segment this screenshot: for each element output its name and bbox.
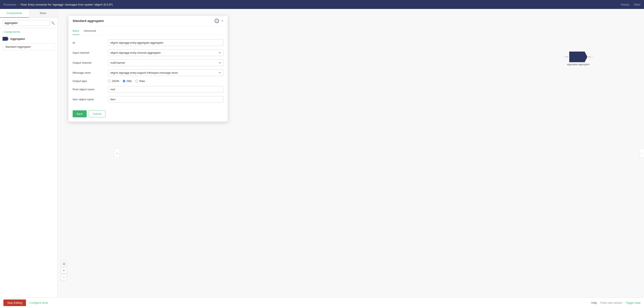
help-button[interactable]: Help: [592, 301, 597, 304]
input-channel-label: Input channel: [72, 51, 104, 54]
back-to-components[interactable]: ‹ Components: [0, 28, 57, 36]
main-layout: Components Store 🔍 ‹ Components Aggregat…: [0, 9, 644, 297]
sidebar-collapse-button[interactable]: «: [115, 148, 120, 158]
radio-raw[interactable]: [136, 80, 138, 82]
history-link[interactable]: History: [621, 3, 629, 6]
zoom-out-button[interactable]: −: [61, 274, 67, 280]
aggregator-section: Aggregator: [0, 36, 57, 42]
back-chevron-icon: ‹: [2, 30, 4, 34]
save-button[interactable]: Save: [72, 110, 87, 117]
output-type-xml[interactable]: XML: [123, 80, 132, 83]
dialog-body: Id Input channel sttgnrt.stgnaggr.entry.…: [68, 35, 228, 110]
dialog-footer: Save Cancel: [68, 110, 228, 122]
node-connector-right: [588, 57, 591, 57]
dialog-header: Standard aggregator i ×: [68, 16, 228, 26]
root-object-input[interactable]: [108, 86, 224, 93]
bottom-bar: Stop Editing Configure tests Help Push n…: [0, 297, 644, 308]
close-icon[interactable]: ×: [221, 18, 224, 23]
tab-advanced[interactable]: Advanced: [84, 27, 96, 35]
top-header: Processes › Flow: Entry connector for 's…: [0, 0, 644, 9]
output-channel-select[interactable]: nullChannel: [108, 60, 224, 66]
stop-editing-button[interactable]: Stop Editing: [4, 300, 26, 306]
message-store-label: Message store: [72, 71, 104, 74]
info-icon[interactable]: i: [215, 19, 219, 23]
fit-view-button[interactable]: ⊡: [61, 261, 67, 267]
sidebar: Components Store 🔍 ‹ Components Aggregat…: [0, 9, 58, 297]
id-input[interactable]: [108, 40, 224, 46]
id-row: Id: [72, 40, 224, 46]
back-label: Components: [4, 30, 20, 34]
node-label: aggregate.aggregator: [567, 63, 590, 66]
id-label: Id: [72, 41, 104, 44]
toggle-state-button[interactable]: Toggle state: [626, 301, 640, 304]
root-object-row: Root object name: [72, 86, 224, 93]
output-channel-row: Output channel nullChannel: [72, 60, 224, 66]
bottom-bar-right: Help Push new version Toggle state: [592, 301, 640, 304]
node-connector-left: [566, 57, 568, 57]
input-channel-select[interactable]: sttgnrt.stgnaggr.entry.channel.aggregato…: [108, 50, 224, 56]
other-link[interactable]: Other: [634, 3, 640, 6]
breadcrumb: Processes › Flow: Entry connector for 's…: [4, 3, 113, 6]
list-item[interactable]: Standard Aggregator: [2, 43, 55, 50]
breadcrumb-chevron: ›: [18, 3, 19, 6]
output-type-row: Output type JSON XML Raw: [72, 80, 224, 83]
item-object-input[interactable]: [108, 96, 224, 103]
tab-basic[interactable]: Basic: [72, 27, 80, 35]
configure-tests-button[interactable]: Configure tests: [30, 301, 48, 304]
input-channel-row: Input channel sttgnrt.stgnaggr.entry.cha…: [72, 50, 224, 56]
json-label: JSON: [112, 80, 119, 83]
right-collapse-button[interactable]: ›: [639, 148, 644, 158]
dialog: Standard aggregator i × Basic Advanced I…: [68, 15, 228, 122]
output-type-label: Output type: [72, 80, 104, 83]
dialog-header-icons: i ×: [215, 18, 224, 23]
node-shape: [566, 52, 591, 62]
search-icon[interactable]: 🔍: [51, 21, 55, 25]
tab-store[interactable]: Store: [29, 9, 58, 18]
sidebar-tabs: Components Store: [0, 9, 57, 18]
processes-link[interactable]: Processes: [4, 3, 16, 6]
tab-components[interactable]: Components: [0, 9, 29, 18]
aggregator-label: Aggregator: [10, 37, 25, 40]
item-object-label: Item object name: [72, 98, 104, 101]
message-store-row: Message store sttgnrt.stgnaggr.entry.sup…: [72, 70, 224, 76]
message-store-select[interactable]: sttgnrt.stgnaggr.entry.support.infinispa…: [108, 70, 224, 76]
output-type-raw[interactable]: Raw: [136, 80, 145, 83]
canvas-area: « Standard aggregator i × Basic Advanced…: [58, 9, 644, 297]
output-type-group: JSON XML Raw: [108, 80, 224, 83]
output-channel-label: Output channel: [72, 61, 104, 64]
radio-xml[interactable]: [123, 80, 126, 82]
header-actions: History Other: [621, 3, 640, 6]
aggregator-icon: [2, 37, 8, 41]
root-object-label: Root object name: [72, 88, 104, 91]
raw-label: Raw: [139, 80, 145, 83]
item-object-row: Item object name: [72, 96, 224, 103]
push-new-version-button[interactable]: Push new version: [600, 301, 622, 304]
canvas-controls: ⊡ + −: [61, 261, 67, 280]
node-body[interactable]: [569, 52, 587, 62]
sidebar-search: 🔍: [0, 18, 57, 28]
xml-label: XML: [126, 80, 132, 83]
collapse-icon: «: [116, 152, 118, 155]
cancel-button[interactable]: Cancel: [89, 110, 106, 117]
zoom-in-button[interactable]: +: [61, 268, 67, 274]
right-collapse-icon: ›: [641, 152, 642, 155]
radio-json[interactable]: [108, 80, 111, 82]
search-input[interactable]: [2, 20, 50, 26]
dialog-title: Standard aggregator: [72, 19, 104, 22]
dialog-tabs: Basic Advanced: [68, 27, 228, 35]
output-type-json[interactable]: JSON: [108, 80, 119, 83]
canvas-node: aggregate.aggregator: [566, 52, 591, 66]
flow-title: Flow: Entry connector for 'stgnaggr' mes…: [21, 3, 113, 6]
